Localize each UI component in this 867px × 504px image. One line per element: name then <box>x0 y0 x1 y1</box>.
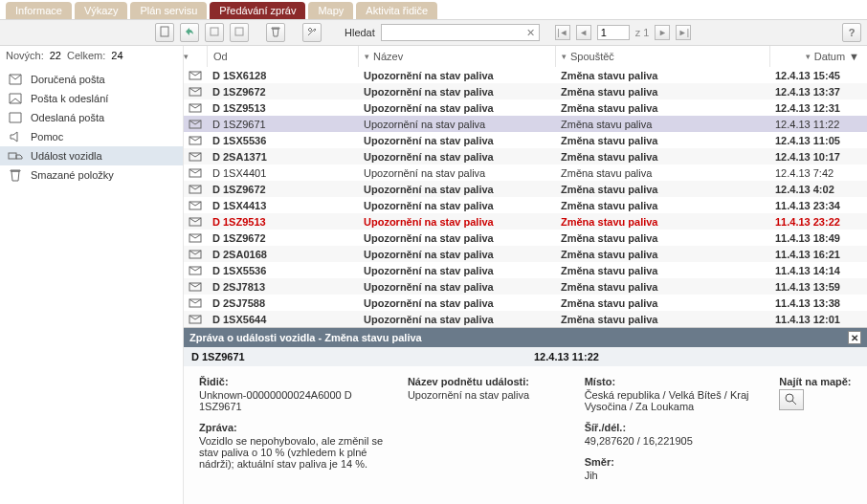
cell-od: D 2SJ7588 <box>207 297 358 309</box>
cell-nazev: Upozornění na stav paliva <box>358 314 555 325</box>
last-icon: ►| <box>678 28 689 37</box>
prev-icon: ◄ <box>579 28 588 37</box>
cell-nazev: Upozornění na stav paliva <box>358 249 555 260</box>
message-icon <box>184 266 207 275</box>
cell-od: D 1SZ9672 <box>207 184 358 195</box>
delete-button[interactable] <box>266 23 285 42</box>
detail-vehicle: D 1SZ9671 <box>191 351 534 362</box>
table-row[interactable]: D 1SX5644Upozornění na stav palivaZměna … <box>184 311 867 327</box>
close-detail-button[interactable]: ✕ <box>848 331 861 344</box>
cell-spoustec: Změna stavu paliva <box>555 216 769 228</box>
page-input[interactable] <box>597 25 630 40</box>
top-tabs: Informace Výkazy Plán servisu Předávání … <box>0 0 867 19</box>
cell-datum: 11.4.13 12:01 <box>769 314 865 325</box>
tab-plan-servisu[interactable]: Plán servisu <box>130 2 207 19</box>
table-row[interactable]: D 1SZ9672Upozornění na stav palivaZměna … <box>184 230 867 246</box>
col-nazev[interactable]: ▾Název <box>358 46 555 67</box>
sidebar-item-sent[interactable]: Odeslaná pošta <box>0 108 183 127</box>
first-page-button[interactable]: |◄ <box>555 25 570 40</box>
sidebar-item-help[interactable]: Pomoc <box>0 127 183 146</box>
truck-icon <box>8 149 23 163</box>
col-spoustec-label: Spouštěč <box>570 51 614 62</box>
cell-od: D 1SZ9672 <box>207 86 358 98</box>
cell-datum: 11.4.13 13:38 <box>769 297 865 309</box>
table-row[interactable]: D 2SJ7588Upozornění na stav palivaZměna … <box>184 295 867 311</box>
table-row[interactable]: D 2SA1371Upozornění na stav palivaZměna … <box>184 148 867 164</box>
tab-mapy[interactable]: Mapy <box>308 2 353 19</box>
svg-rect-2 <box>235 28 243 35</box>
first-icon: |◄ <box>557 28 567 37</box>
column-headers: ▾ Od ▾Název ▾Spouštěč ▾Datum▼ <box>184 46 867 67</box>
tab-informace[interactable]: Informace <box>6 2 72 19</box>
col-od[interactable]: Od <box>207 46 358 67</box>
message-icon <box>184 315 207 324</box>
clear-search-icon[interactable]: ✕ <box>524 26 538 39</box>
find-on-map-button[interactable] <box>779 389 804 410</box>
sidebar-item-trash[interactable]: Smazané položky <box>0 165 183 185</box>
cell-spoustec: Změna stavu paliva <box>555 151 769 163</box>
sidebar-item-label: Doručená pošta <box>31 74 105 85</box>
table-row[interactable]: D 1SX5536Upozornění na stav palivaZměna … <box>184 262 867 278</box>
cell-nazev: Upozornění na stav paliva <box>358 167 555 179</box>
cell-datum: 12.4.13 12:31 <box>769 102 865 114</box>
table-row[interactable]: D 2SJ7813Upozornění na stav palivaZměna … <box>184 278 867 295</box>
sidebar-item-label: Smazané položky <box>31 169 114 181</box>
tab-aktivita-ridice[interactable]: Aktivita řidiče <box>356 2 437 19</box>
tab-predavani-zprav[interactable]: Předávání zpráv <box>210 2 305 19</box>
total-count-value: 24 <box>111 50 122 67</box>
search-input[interactable] <box>381 24 540 41</box>
col-datum[interactable]: ▾Datum▼ <box>769 46 865 67</box>
table-row[interactable]: D 1SX5536Upozornění na stav palivaZměna … <box>184 132 867 148</box>
message-icon <box>184 152 207 162</box>
counts: Nových: 22 Celkem: 24 <box>0 46 184 67</box>
col-spoustec[interactable]: ▾Spouštěč <box>555 46 769 67</box>
reply-icon <box>184 26 195 39</box>
cell-nazev: Upozornění na stav paliva <box>358 151 555 163</box>
table-row[interactable]: D 1SX4413Upozornění na stav palivaZměna … <box>184 197 867 213</box>
cell-spoustec: Změna stavu paliva <box>555 297 769 309</box>
outbox-icon <box>8 92 23 105</box>
cell-nazev: Upozornění na stav paliva <box>358 86 555 98</box>
sidebar-item-vehicle-event[interactable]: Událost vozidla <box>0 146 183 165</box>
table-row[interactable]: D 1SZ9672Upozornění na stav palivaZměna … <box>184 181 867 197</box>
driver-value: Unknown-00000000024A6000 D 1SZ9671 <box>199 389 385 412</box>
forward-button[interactable] <box>205 23 224 42</box>
new-message-button[interactable] <box>155 23 174 42</box>
prev-page-button[interactable]: ◄ <box>576 25 591 40</box>
table-row[interactable]: D 1SX6128Upozornění na stav palivaZměna … <box>184 67 867 83</box>
cell-spoustec: Změna stavu paliva <box>555 281 769 293</box>
cell-spoustec: Změna stavu paliva <box>555 200 769 211</box>
sidebar-item-label: Odeslaná pošta <box>31 112 104 123</box>
driver-label: Řidič: <box>199 376 385 387</box>
table-row[interactable]: D 1SZ9671Upozornění na stav palivaZměna … <box>184 116 867 132</box>
message-icon <box>184 71 207 80</box>
sidebar-item-outbox[interactable]: Pošta k odeslání <box>0 89 183 108</box>
coord-value: 49,287620 / 16,221905 <box>585 435 757 447</box>
search-label: Hledat <box>345 27 375 38</box>
direction-value: Jih <box>585 470 757 481</box>
help-button[interactable]: ? <box>842 23 861 42</box>
settings-button[interactable] <box>302 23 322 42</box>
next-page-button[interactable]: ► <box>655 25 670 40</box>
archive-button[interactable] <box>230 23 249 42</box>
table-row[interactable]: D 1SZ9513Upozornění na stav palivaZměna … <box>184 99 867 116</box>
col-icon[interactable]: ▾ <box>184 46 207 67</box>
sidebar-item-label: Pošta k odeslání <box>31 93 108 104</box>
sidebar-item-inbox[interactable]: Doručená pošta <box>0 70 183 89</box>
message-icon <box>184 282 207 292</box>
reply-button[interactable] <box>180 23 199 42</box>
close-icon: ✕ <box>851 333 858 343</box>
message-icon <box>184 136 207 145</box>
table-row[interactable]: D 1SZ9513Upozornění na stav palivaZměna … <box>184 213 867 230</box>
sent-icon <box>8 111 23 124</box>
last-page-button[interactable]: ►| <box>676 25 691 40</box>
chevron-down-icon: ▾ <box>184 52 189 61</box>
cell-datum: 12.4.13 11:05 <box>769 135 865 146</box>
table-row[interactable]: D 2SA0168Upozornění na stav palivaZměna … <box>184 246 867 262</box>
tab-vykazy[interactable]: Výkazy <box>75 2 127 19</box>
table-row[interactable]: D 1SZ9672Upozornění na stav palivaZměna … <box>184 83 867 99</box>
cell-nazev: Upozornění na stav paliva <box>358 297 555 309</box>
message-icon <box>184 201 207 210</box>
table-row[interactable]: D 1SX4401Upozornění na stav palivaZměna … <box>184 164 867 181</box>
new-count-value: 22 <box>50 50 61 67</box>
